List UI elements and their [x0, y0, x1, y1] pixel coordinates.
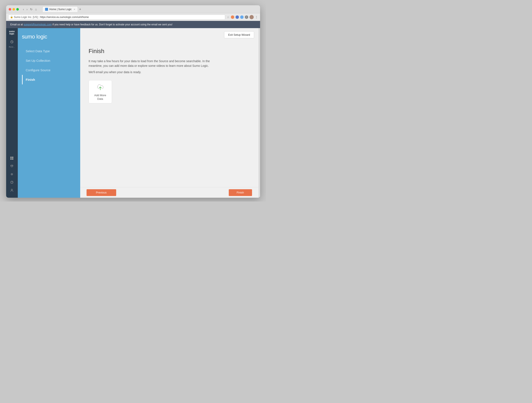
- back-button[interactable]: ‹: [22, 7, 25, 12]
- new-tab-button[interactable]: +: [78, 7, 82, 11]
- left-sidebar-content: Rece...: [6, 39, 18, 48]
- sidebar-icon-admin[interactable]: [9, 171, 15, 177]
- sidebar-bottom: ?: [9, 155, 15, 196]
- user-avatar[interactable]: [249, 15, 254, 19]
- notification-text-after: if you need help or have feedback for us…: [52, 23, 172, 26]
- add-more-data-card[interactable]: Add MoreData: [89, 80, 112, 103]
- svg-point-12: [11, 189, 13, 190]
- wizard-step-finish[interactable]: Finish: [22, 75, 76, 84]
- notification-banner: Email us at support@sumologic.com if you…: [6, 21, 260, 28]
- bottom-bar: Previous Finish: [80, 187, 258, 198]
- sidebar-icon-manage[interactable]: [9, 163, 15, 169]
- svg-point-7: [11, 165, 13, 166]
- sidebar-icon-apps[interactable]: [9, 155, 15, 161]
- finish-email-note: We'll email you when your data is ready.: [89, 70, 250, 74]
- minimize-window-button[interactable]: [13, 8, 15, 11]
- finish-title: Finish: [89, 48, 250, 55]
- address-bar-row: 🔒 Sumo Logic Inc. [US] | https://service…: [6, 13, 260, 21]
- wizard-sidebar: sumo logic Select Data Type Set Up Colle…: [18, 28, 80, 198]
- main-layout: sumologic Rece...: [6, 28, 260, 198]
- cloud-upload-icon: [96, 83, 105, 92]
- svg-point-9: [12, 174, 12, 175]
- svg-rect-4: [12, 157, 13, 158]
- extension-icon-1[interactable]: [231, 15, 234, 19]
- address-bar-icons: ☆ i ⋮: [227, 15, 258, 19]
- active-tab[interactable]: Home | Sumo Logic ×: [42, 6, 78, 12]
- main-content: Exit Setup Wizard Finish It may take a f…: [80, 28, 258, 198]
- menu-icon[interactable]: ⋮: [255, 15, 258, 19]
- tab-favicon: [45, 8, 48, 11]
- svg-line-2: [12, 42, 13, 42]
- add-more-data-label: Add MoreData: [94, 94, 106, 101]
- svg-rect-6: [12, 158, 13, 160]
- forward-button[interactable]: ›: [25, 7, 28, 12]
- info-icon[interactable]: i: [245, 15, 248, 19]
- wizard-steps: Select Data Type Set Up Collection Confi…: [18, 46, 80, 84]
- app-logo-sidebar: sumologic: [9, 30, 15, 35]
- tab-bar: Home | Sumo Logic × +: [41, 6, 257, 12]
- wizard-logo: sumo logic: [22, 33, 76, 40]
- wizard-step-set-up-collection[interactable]: Set Up Collection: [22, 56, 76, 65]
- sidebar-icon-help[interactable]: ?: [9, 179, 15, 186]
- url-display: https://service.eu.sumologic.com/ui/#/ho…: [40, 16, 89, 19]
- finish-description: It may take a few hours for your data to…: [89, 59, 216, 68]
- finish-button[interactable]: Finish: [229, 189, 252, 196]
- sidebar-icon-user[interactable]: [9, 187, 15, 193]
- svg-rect-3: [10, 157, 12, 158]
- previous-button[interactable]: Previous: [87, 189, 116, 196]
- notification-email-link[interactable]: support@sumologic.com: [24, 23, 52, 26]
- close-window-button[interactable]: [9, 8, 11, 11]
- traffic-lights: [9, 8, 19, 11]
- svg-rect-5: [10, 158, 12, 160]
- address-bar[interactable]: 🔒 Sumo Logic Inc. [US] | https://service…: [8, 15, 225, 20]
- scroll-track: [258, 28, 260, 198]
- sidebar-label-recents: Rece...: [9, 46, 15, 48]
- content-header: Exit Setup Wizard: [80, 28, 258, 41]
- fullscreen-window-button[interactable]: [16, 8, 19, 11]
- left-sidebar: sumologic Rece...: [6, 28, 18, 198]
- wizard-step-select-data-type[interactable]: Select Data Type: [22, 46, 76, 56]
- exit-setup-wizard-button[interactable]: Exit Setup Wizard: [224, 31, 254, 38]
- tab-close-button[interactable]: ×: [74, 8, 75, 11]
- wizard-step-configure-source[interactable]: Configure Source: [22, 65, 76, 75]
- svg-text:?: ?: [12, 181, 13, 184]
- bookmark-icon[interactable]: ☆: [227, 15, 230, 19]
- extension-icon-2[interactable]: [235, 15, 239, 19]
- site-info: Sumo Logic Inc. [US]: [14, 16, 38, 19]
- content-body: Finish It may take a few hours for your …: [80, 41, 258, 187]
- sidebar-icon-recents[interactable]: [9, 39, 15, 45]
- wizard-header: sumo logic: [18, 28, 80, 46]
- tab-title: Home | Sumo Logic: [49, 8, 71, 11]
- browser-titlebar: ‹ › ↻ ⌂ Home | Sumo Logic × +: [6, 5, 260, 13]
- browser-window: ‹ › ↻ ⌂ Home | Sumo Logic × + 🔒 Sumo Log…: [6, 5, 260, 198]
- app-container: Email us at support@sumologic.com if you…: [6, 21, 260, 198]
- notification-text-before: Email us at: [10, 23, 23, 26]
- home-button[interactable]: ⌂: [34, 7, 38, 12]
- browser-nav-buttons: ‹ › ↻ ⌂: [22, 7, 38, 12]
- extension-icon-3[interactable]: [240, 15, 244, 19]
- reload-button[interactable]: ↻: [29, 7, 33, 12]
